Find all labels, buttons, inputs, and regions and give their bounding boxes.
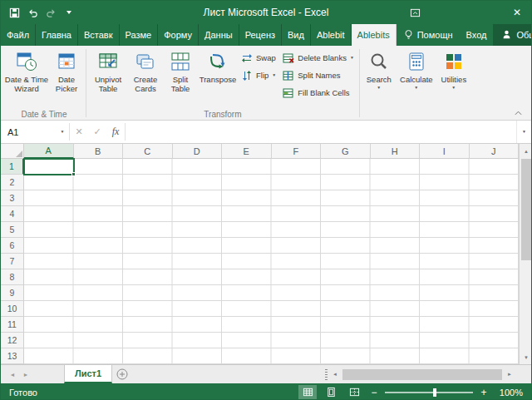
sheet-tab-sheet1[interactable]: Лист1 [64, 365, 112, 383]
status-bar: Готово − + 100% [1, 383, 531, 400]
create-cards-button[interactable]: Create Cards [128, 47, 163, 106]
enter-icon[interactable]: ✓ [88, 121, 106, 143]
row-header-1[interactable]: 1 [1, 159, 24, 175]
row-header-7[interactable]: 7 [1, 254, 24, 269]
split-names-button[interactable]: Split Names [279, 67, 343, 84]
tab-view[interactable]: Вид [282, 24, 311, 46]
search-icon [368, 51, 390, 72]
transpose-button[interactable]: Transpose [198, 47, 238, 106]
sign-in-button[interactable]: Вход [460, 24, 494, 46]
zoom-out-button[interactable]: − [368, 387, 380, 398]
tab-scroll-splitter[interactable] [325, 369, 328, 380]
page-layout-view-button[interactable] [322, 385, 340, 399]
flip-button[interactable]: Flip ▼ [238, 67, 279, 84]
zoom-slider-thumb[interactable] [433, 388, 436, 397]
row-header-13[interactable]: 13 [1, 348, 24, 364]
column-header-H[interactable]: H [371, 144, 421, 159]
row-header-12[interactable]: 12 [1, 333, 24, 348]
row-header-6[interactable]: 6 [1, 238, 24, 254]
tab-home[interactable]: Главна [36, 24, 78, 46]
horizontal-scrollbar-track[interactable] [342, 368, 502, 382]
horizontal-scrollbar[interactable]: ◄ ► [323, 365, 517, 383]
zoom-slider[interactable] [385, 392, 473, 393]
collapse-ribbon-button[interactable] [511, 108, 525, 118]
tab-ablebits-tools[interactable]: Ablebits [352, 24, 397, 46]
undo-icon[interactable] [24, 4, 41, 21]
insert-function-icon[interactable]: fx [106, 121, 125, 143]
scroll-left-icon[interactable]: ◄ [329, 368, 341, 382]
column-header-D[interactable]: D [173, 144, 223, 159]
search-button[interactable]: Search ▼ [362, 47, 397, 106]
scroll-right-icon[interactable]: ► [504, 368, 515, 382]
date-time-wizard-label: Date & Time Wizard [4, 75, 49, 93]
tab-page-layout[interactable]: Разме [120, 24, 159, 46]
column-header-G[interactable]: G [321, 144, 371, 159]
tab-ablebits-data[interactable]: Ablebit [311, 24, 352, 46]
redo-icon[interactable] [42, 4, 59, 21]
sheet-prev-icon[interactable]: ◄ [7, 372, 17, 378]
cancel-icon[interactable]: ✕ [70, 121, 88, 143]
flip-icon [241, 70, 253, 81]
page-break-view-button[interactable] [345, 385, 363, 399]
group-date-time: Date & Time Wizard Date Picker Date & Ti… [4, 47, 84, 120]
date-time-wizard-button[interactable]: Date & Time Wizard [4, 47, 49, 106]
row-header-10[interactable]: 10 [1, 301, 24, 317]
split-names-label: Split Names [298, 71, 340, 80]
search-label: Search [367, 75, 392, 84]
row-header-11[interactable]: 11 [1, 317, 24, 333]
unpivot-table-button[interactable]: Unpivot Table [88, 47, 128, 106]
share-button[interactable]: Общий доступ [493, 24, 532, 46]
swap-button[interactable]: Swap [238, 49, 279, 67]
tab-formulas[interactable]: Форму [158, 24, 199, 46]
column-header-A[interactable]: A [24, 144, 74, 159]
tab-data[interactable]: Данны [199, 24, 239, 46]
name-box[interactable]: A1 [1, 121, 56, 143]
row-header-2[interactable]: 2 [1, 175, 24, 190]
delete-blanks-button[interactable]: Delete Blanks ▼ [279, 49, 357, 67]
column-header-J[interactable]: J [470, 144, 520, 159]
normal-view-button[interactable] [298, 385, 317, 399]
status-ready: Готово [1, 388, 37, 398]
tab-review[interactable]: Реценз [239, 24, 282, 46]
scroll-up-icon[interactable]: ▲ [520, 144, 532, 158]
new-sheet-button[interactable] [112, 365, 132, 383]
column-header-F[interactable]: F [272, 144, 322, 159]
tab-file[interactable]: Файл [1, 24, 36, 46]
split-table-button[interactable]: Split Table [163, 47, 198, 106]
zoom-in-button[interactable]: + [478, 387, 490, 398]
name-box-dropdown-icon[interactable]: ▼ [56, 121, 69, 143]
tab-insert[interactable]: Вставк [78, 24, 120, 46]
fill-handle[interactable] [71, 172, 76, 176]
sheet-tab-gap [31, 365, 64, 383]
zoom-level[interactable]: 100% [495, 388, 523, 398]
row-header-4[interactable]: 4 [1, 206, 24, 222]
swap-flip-column: Swap Flip ▼ [238, 47, 279, 84]
formula-input[interactable] [126, 121, 516, 143]
row-header-5[interactable]: 5 [1, 222, 24, 238]
scroll-down-icon[interactable]: ▼ [520, 350, 532, 364]
ribbon-display-options-icon[interactable] [406, 4, 423, 21]
sheet-next-icon[interactable]: ► [21, 372, 31, 378]
tell-me-box[interactable]: Помощн [397, 24, 460, 46]
row-header-9[interactable]: 9 [1, 285, 24, 301]
vertical-scrollbar-thumb[interactable] [521, 159, 531, 260]
formula-bar-expand-icon[interactable]: ▼ [516, 121, 531, 143]
utilities-button[interactable]: Utilities ▼ [436, 47, 471, 106]
vertical-scrollbar[interactable]: ▲ ▼ [519, 144, 532, 364]
qat-customize-icon[interactable] [61, 4, 77, 21]
close-icon[interactable]: ✕ [503, 1, 531, 24]
save-icon[interactable] [6, 4, 22, 21]
column-header-B[interactable]: B [74, 144, 124, 159]
column-header-I[interactable]: I [420, 144, 470, 159]
select-all-corner[interactable] [1, 144, 24, 159]
fill-blank-cells-button[interactable]: Fill Blank Cells [279, 84, 352, 101]
date-picker-button[interactable]: Date Picker [49, 47, 84, 106]
cells-area[interactable] [24, 159, 519, 364]
column-header-E[interactable]: E [222, 144, 272, 159]
row-header-8[interactable]: 8 [1, 269, 24, 285]
row-header-3[interactable]: 3 [1, 190, 24, 206]
column-header-C[interactable]: C [123, 144, 173, 159]
horizontal-scrollbar-thumb[interactable] [342, 369, 502, 380]
date-picker-icon [56, 51, 77, 72]
calculate-button[interactable]: Calculate ▼ [397, 47, 436, 106]
